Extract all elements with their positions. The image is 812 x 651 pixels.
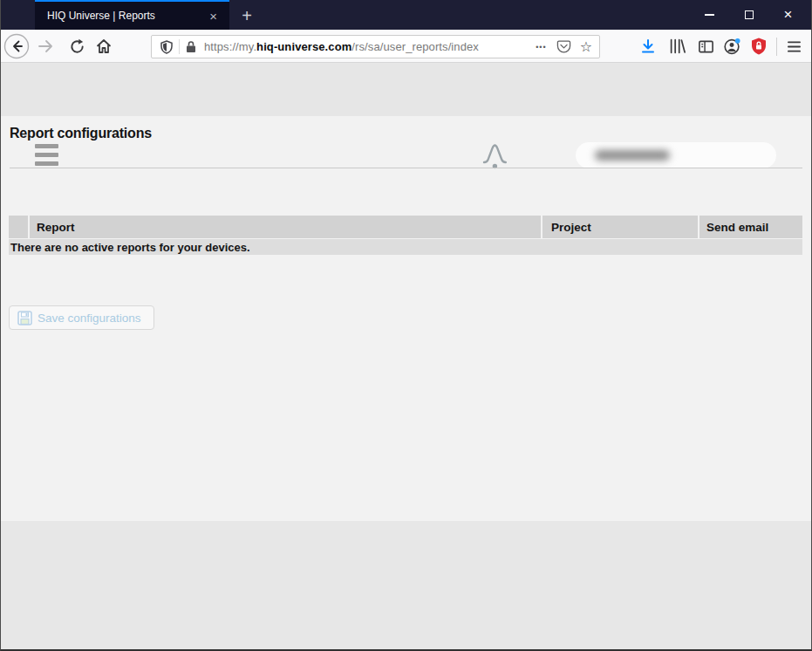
forward-icon xyxy=(37,38,54,55)
site-info-button[interactable] xyxy=(185,40,197,53)
url-bar[interactable]: https://my.hiq-universe.com/rs/sa/user_r… xyxy=(151,35,600,58)
pocket-button[interactable] xyxy=(553,39,575,54)
new-tab-button[interactable]: + xyxy=(234,3,260,28)
sidebar-icon xyxy=(698,38,714,55)
save-button-label: Save configurations xyxy=(38,312,141,325)
app-header xyxy=(0,63,812,116)
maximize-icon xyxy=(745,10,754,19)
tracking-protection-button[interactable] xyxy=(152,40,174,54)
browser-menu-button[interactable] xyxy=(782,30,805,63)
library-button[interactable] xyxy=(665,30,688,63)
downloads-button[interactable] xyxy=(637,30,659,63)
table-empty-row: There are no active reports for your dev… xyxy=(9,239,802,255)
bell-icon xyxy=(481,141,508,170)
minimize-icon xyxy=(705,14,714,16)
window-minimize-button[interactable] xyxy=(690,0,729,30)
user-account-pill[interactable] xyxy=(576,142,776,168)
reports-table: Report Project Send email There are no a… xyxy=(9,216,802,255)
page-title: Report configurations xyxy=(10,126,152,141)
app-menu-button[interactable] xyxy=(35,144,58,166)
window-close-button[interactable]: × xyxy=(768,0,808,30)
home-icon xyxy=(95,38,113,55)
sidebar-button[interactable] xyxy=(694,30,717,63)
url-scheme: https://my. xyxy=(204,40,256,53)
account-icon xyxy=(723,38,741,56)
footer: robotina OIC - Hrpelje 38 SI-6420 Kozina… xyxy=(0,521,812,651)
reload-icon xyxy=(69,38,85,55)
tab-title: HIQ Universe | Reports xyxy=(47,10,206,22)
back-button[interactable] xyxy=(3,30,30,63)
table-header-row: Report Project Send email xyxy=(9,216,802,238)
home-button[interactable] xyxy=(92,30,115,63)
reload-button[interactable] xyxy=(66,30,87,63)
back-icon xyxy=(3,33,30,59)
window-maximize-button[interactable] xyxy=(729,0,768,30)
menu-icon xyxy=(787,40,802,53)
browser-tab[interactable]: HIQ Universe | Reports × xyxy=(35,0,229,30)
url-path: /rs/sa/user_reports/index xyxy=(351,40,479,53)
pocket-icon xyxy=(556,39,571,54)
bookmark-star-icon[interactable]: ☆ xyxy=(575,38,599,55)
extension-shield-button[interactable] xyxy=(747,30,770,63)
column-header-report: Report xyxy=(30,216,541,238)
account-button[interactable] xyxy=(720,30,743,63)
lock-icon xyxy=(185,40,197,53)
column-header-select xyxy=(9,216,28,238)
forward-button[interactable] xyxy=(35,30,56,63)
tab-close-icon[interactable]: × xyxy=(206,8,221,24)
toolbar-divider xyxy=(776,38,777,56)
library-icon xyxy=(668,38,686,55)
hamburger-icon xyxy=(35,144,58,148)
page-actions-button[interactable]: ••• xyxy=(529,43,552,51)
extension-shield-icon xyxy=(751,38,767,55)
title-divider xyxy=(10,168,802,168)
column-header-send-email: Send email xyxy=(699,216,802,238)
floppy-disk-icon xyxy=(17,311,32,326)
browser-toolbar: https://my.hiq-universe.com/rs/sa/user_r… xyxy=(0,30,812,63)
download-icon xyxy=(640,38,656,54)
titlebar: HIQ Universe | Reports × + × xyxy=(0,0,812,30)
urlbar-divider xyxy=(179,39,180,54)
notifications-button[interactable] xyxy=(481,141,508,174)
save-configurations-button[interactable]: Save configurations xyxy=(9,305,154,330)
tracking-shield-icon xyxy=(160,40,174,54)
url-domain: hiq-universe.com xyxy=(256,40,351,53)
url-text: https://my.hiq-universe.com/rs/sa/user_r… xyxy=(204,40,479,53)
username-redacted xyxy=(595,150,670,161)
column-header-project: Project xyxy=(542,216,698,238)
